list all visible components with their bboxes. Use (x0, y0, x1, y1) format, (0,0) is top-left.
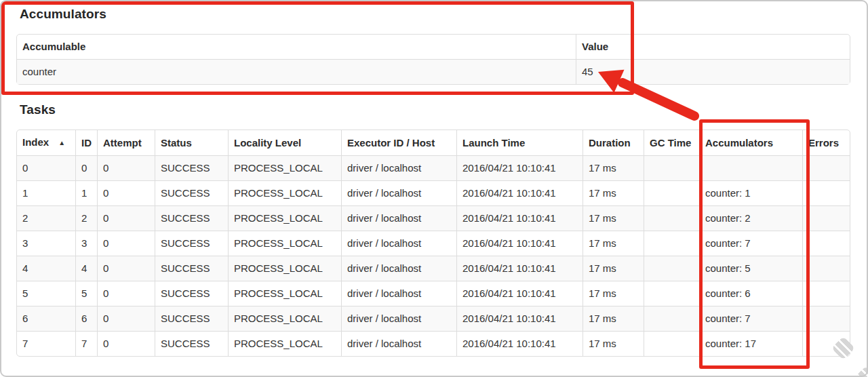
table-cell: counter (17, 59, 576, 84)
table-cell (802, 256, 850, 281)
column-header-launch-time[interactable]: Launch Time (456, 130, 583, 155)
column-header-label: Launch Time (462, 137, 525, 148)
table-row: 550SUCCESSPROCESS_LOCALdriver / localhos… (17, 281, 850, 306)
table-cell: counter: 7 (699, 306, 802, 331)
accumulators-table-header-row: AccumulableValue (17, 35, 850, 59)
column-header-label: Index (22, 136, 49, 148)
table-cell: PROCESS_LOCAL (228, 331, 341, 356)
table-cell: 2016/04/21 10:10:41 (456, 155, 583, 180)
table-cell (802, 231, 850, 256)
table-cell (644, 205, 699, 231)
table-cell: 17 ms (583, 306, 644, 331)
table-cell: 0 (97, 180, 155, 205)
table-cell (644, 256, 699, 281)
tasks-table: Index▲IDAttemptStatusLocality LevelExecu… (16, 130, 850, 357)
column-header-label: Value (582, 41, 608, 52)
table-cell: 2016/04/21 10:10:41 (456, 205, 583, 231)
table-cell: 17 ms (583, 331, 644, 356)
column-header-duration[interactable]: Duration (583, 130, 644, 155)
table-cell (644, 180, 699, 205)
column-header-locality-level[interactable]: Locality Level (228, 130, 341, 155)
table-cell: SUCCESS (155, 331, 228, 356)
table-cell: driver / localhost (341, 281, 456, 306)
table-cell: 0 (75, 155, 97, 180)
table-cell: SUCCESS (155, 231, 228, 256)
table-cell (644, 306, 699, 331)
column-header-errors[interactable]: Errors (802, 130, 850, 155)
table-cell: driver / localhost (341, 306, 456, 331)
table-cell: SUCCESS (155, 306, 228, 331)
table-cell: SUCCESS (155, 281, 228, 306)
table-cell: 2016/04/21 10:10:41 (456, 281, 583, 306)
table-cell: 17 ms (583, 155, 644, 180)
table-cell: counter: 7 (699, 231, 802, 256)
table-cell (802, 155, 850, 180)
table-cell: PROCESS_LOCAL (228, 155, 341, 180)
table-row: 000SUCCESSPROCESS_LOCALdriver / localhos… (17, 155, 850, 180)
table-cell: driver / localhost (341, 331, 456, 356)
table-cell: 0 (97, 256, 155, 281)
table-cell: 0 (97, 205, 155, 231)
column-header-id[interactable]: ID (75, 130, 97, 155)
column-header-label: ID (81, 137, 92, 148)
table-row: 110SUCCESSPROCESS_LOCALdriver / localhos… (17, 180, 850, 205)
column-header-accumulators[interactable]: Accumulators (699, 130, 802, 155)
table-cell: PROCESS_LOCAL (228, 205, 341, 231)
table-cell: 2 (75, 205, 97, 231)
table-cell: SUCCESS (155, 180, 228, 205)
table-cell: 5 (17, 281, 75, 306)
column-header-label: GC Time (650, 137, 691, 148)
table-row: 440SUCCESSPROCESS_LOCALdriver / localhos… (17, 256, 850, 281)
table-cell: 0 (97, 306, 155, 331)
column-header-label: Locality Level (234, 137, 301, 148)
table-cell (644, 281, 699, 306)
column-header-label: Duration (589, 137, 631, 148)
table-cell: 7 (17, 331, 75, 356)
table-cell (699, 155, 802, 180)
accumulators-table: AccumulableValue counter45 (16, 34, 850, 85)
table-cell: driver / localhost (341, 205, 456, 231)
tasks-section-title: Tasks (20, 102, 56, 117)
table-cell: SUCCESS (155, 205, 228, 231)
table-cell: 17 ms (583, 256, 644, 281)
column-header-index[interactable]: Index▲ (17, 130, 75, 155)
table-cell: 0 (17, 155, 75, 180)
table-cell (802, 205, 850, 231)
table-cell: PROCESS_LOCAL (228, 256, 341, 281)
table-cell: 3 (75, 231, 97, 256)
column-header-attempt[interactable]: Attempt (97, 130, 155, 155)
sort-ascending-icon: ▲ (58, 139, 65, 146)
column-header-executor-id-host[interactable]: Executor ID / Host (341, 130, 456, 155)
column-header-accumulable[interactable]: Accumulable (17, 35, 576, 59)
table-cell: counter: 17 (699, 331, 802, 356)
column-header-value[interactable]: Value (576, 35, 850, 59)
table-cell: driver / localhost (341, 180, 456, 205)
table-cell: 2016/04/21 10:10:41 (456, 256, 583, 281)
table-cell: 3 (17, 231, 75, 256)
table-cell: driver / localhost (341, 231, 456, 256)
table-cell: 2016/04/21 10:10:41 (456, 231, 583, 256)
table-cell: 17 ms (583, 231, 644, 256)
column-header-label: Attempt (103, 137, 142, 148)
table-cell: 7 (75, 331, 97, 356)
table-cell: PROCESS_LOCAL (228, 281, 341, 306)
table-cell (802, 306, 850, 331)
table-cell: 0 (97, 231, 155, 256)
table-row: counter45 (17, 59, 850, 84)
accumulators-section-title: Accumulators (20, 7, 106, 22)
table-cell: 2016/04/21 10:10:41 (456, 180, 583, 205)
table-cell: driver / localhost (341, 155, 456, 180)
table-cell: 0 (97, 281, 155, 306)
table-cell: counter: 2 (699, 205, 802, 231)
table-row: 220SUCCESSPROCESS_LOCALdriver / localhos… (17, 205, 850, 231)
column-header-label: Executor ID / Host (347, 137, 435, 148)
column-header-status[interactable]: Status (155, 130, 228, 155)
table-cell: driver / localhost (341, 256, 456, 281)
column-header-label: Errors (808, 137, 839, 148)
annotation-arrow-shaft (623, 83, 694, 116)
column-header-gc-time[interactable]: GC Time (644, 130, 699, 155)
table-cell: counter: 6 (699, 281, 802, 306)
tasks-table-header-row: Index▲IDAttemptStatusLocality LevelExecu… (17, 130, 850, 155)
table-cell: 0 (97, 331, 155, 356)
table-cell: 1 (75, 180, 97, 205)
